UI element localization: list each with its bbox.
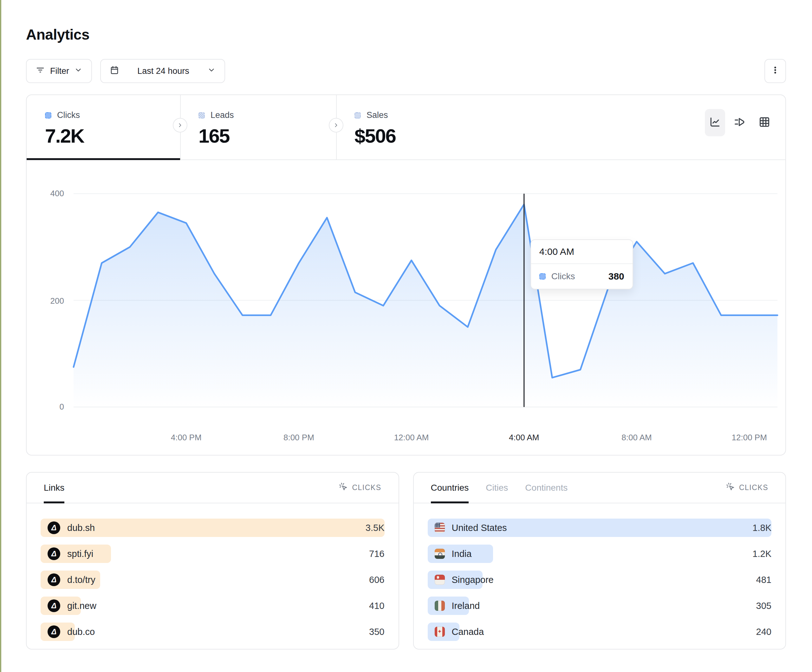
metric-header-label: CLICKS [352, 483, 381, 492]
stats-row: Clicks 7.2K Leads 165 Sales $506 [27, 95, 785, 160]
tooltip-time: 4:00 AM [531, 240, 633, 264]
x-axis-tick: 4:00 AM [509, 433, 539, 442]
area-chart-svg [73, 179, 778, 417]
chart-view-toggles [705, 109, 774, 136]
clicks-legend-swatch [45, 112, 51, 119]
item-value: 1.8K [752, 523, 771, 533]
stat-label: Clicks [57, 110, 80, 120]
tooltip-value: 380 [609, 271, 624, 282]
item-label: Δgit.new [41, 599, 96, 612]
us-flag-icon [435, 523, 445, 533]
stat-tab-sales[interactable]: Sales $506 [336, 95, 526, 159]
chart-tooltip: 4:00 AM Clicks 380 [531, 239, 633, 289]
expand-sales-button[interactable] [329, 118, 343, 133]
line-chart-view-button[interactable] [705, 109, 725, 136]
stat-tab-leads[interactable]: Leads 165 [180, 95, 336, 159]
list-item[interactable]: Canada240 [428, 623, 772, 641]
y-axis-tick: 400 [27, 189, 64, 198]
item-value: 606 [369, 575, 384, 585]
dub-logo-icon: Δ [48, 522, 60, 534]
breakdown-panels: Links CLICKS Δdub.sh3.5KΔspti.fyi716Δd.t… [26, 472, 786, 650]
list-item[interactable]: Δgit.new410 [41, 597, 385, 615]
countries-panel: Countries Cities Continents CLICKS Unite… [413, 472, 786, 650]
stat-value: 165 [198, 125, 336, 147]
ca-flag-icon [435, 627, 445, 637]
item-label: United States [428, 523, 507, 533]
list-item[interactable]: India1.2K [428, 544, 772, 563]
list-item[interactable]: Δspti.fyi716 [41, 544, 385, 563]
calendar-icon [110, 65, 119, 77]
dub-logo-icon: Δ [48, 599, 60, 612]
list-item[interactable]: Δd.to/try606 [41, 571, 385, 589]
kebab-menu-icon [771, 65, 780, 77]
filter-button-label: Filter [50, 66, 69, 76]
x-axis-labels: 4:00 PM8:00 PM12:00 AM4:00 AM8:00 AM12:0… [73, 433, 778, 445]
chart-plot-area[interactable]: 4:00 AM Clicks 380 [73, 179, 778, 417]
funnel-view-button[interactable] [730, 109, 750, 136]
dub-logo-icon: Δ [48, 547, 60, 560]
tab-countries[interactable]: Countries [431, 472, 469, 503]
sg-flag-icon [435, 575, 445, 585]
cursor-click-icon [339, 482, 348, 493]
x-axis-tick: 12:00 AM [394, 433, 429, 442]
list-item[interactable]: Ireland305 [428, 597, 772, 615]
expand-leads-button[interactable] [173, 118, 188, 133]
y-axis-tick: 200 [27, 296, 64, 306]
x-axis-tick: 8:00 AM [621, 433, 652, 442]
countries-metric-header[interactable]: CLICKS [726, 472, 768, 503]
ie-flag-icon [435, 601, 445, 611]
page-title: Analytics [26, 26, 786, 43]
table-grid-icon [758, 116, 771, 129]
item-value: 1.2K [752, 549, 771, 559]
item-value: 350 [369, 627, 384, 637]
table-view-button[interactable] [754, 109, 774, 136]
item-label: Ireland [428, 601, 480, 611]
dub-logo-icon: Δ [48, 573, 60, 586]
tooltip-series-swatch [539, 273, 546, 280]
item-label: Δd.to/try [41, 573, 96, 586]
y-axis-tick: 0 [27, 402, 64, 412]
list-item[interactable]: Δdub.co350 [41, 623, 385, 641]
cursor-click-icon [726, 482, 735, 493]
tooltip-series-label: Clicks [551, 271, 575, 281]
more-options-button[interactable] [764, 59, 786, 83]
chevron-down-icon [74, 66, 82, 77]
x-axis-tick: 8:00 PM [283, 433, 314, 442]
filter-icon [36, 65, 45, 77]
item-value: 481 [756, 575, 771, 585]
analytics-page: Analytics Filter Last 24 hours [26, 0, 786, 650]
tab-cities[interactable]: Cities [486, 472, 508, 503]
stat-label: Leads [210, 110, 234, 120]
item-value: 240 [756, 627, 771, 637]
sales-legend-swatch [355, 112, 361, 119]
item-value: 305 [756, 601, 771, 611]
tab-links[interactable]: Links [44, 472, 64, 503]
tab-continents[interactable]: Continents [525, 472, 568, 503]
funnel-icon [734, 116, 746, 129]
dub-logo-icon: Δ [48, 625, 60, 638]
list-item[interactable]: Δdub.sh3.5K [41, 518, 385, 537]
links-metric-header[interactable]: CLICKS [339, 472, 381, 503]
list-item[interactable]: Singapore481 [428, 571, 772, 589]
list-item[interactable]: United States1.8K [428, 518, 772, 537]
date-range-button[interactable]: Last 24 hours [100, 59, 225, 83]
analytics-card: Clicks 7.2K Leads 165 Sales $506 [26, 94, 786, 455]
item-value: 716 [369, 549, 384, 559]
item-label: Singapore [428, 575, 494, 585]
metric-header-label: CLICKS [739, 483, 768, 492]
chevron-down-icon [207, 66, 216, 77]
clicks-chart: 400 200 0 4:00 AM Clicks 380 4:00 PM8:00… [27, 160, 785, 455]
item-value: 3.5K [365, 523, 385, 533]
x-axis-tick: 12:00 PM [732, 433, 767, 442]
stat-label: Sales [367, 110, 388, 120]
item-label: India [428, 549, 472, 559]
stat-value: 7.2K [45, 125, 180, 147]
date-range-label: Last 24 hours [124, 66, 202, 76]
item-label: Δdub.sh [41, 522, 95, 534]
x-axis-tick: 4:00 PM [171, 433, 202, 442]
stat-tab-clicks[interactable]: Clicks 7.2K [27, 95, 180, 159]
item-label: Canada [428, 627, 484, 637]
filter-button[interactable]: Filter [26, 59, 92, 83]
leads-legend-swatch [198, 112, 205, 119]
page-edge-accent [0, 0, 1, 672]
